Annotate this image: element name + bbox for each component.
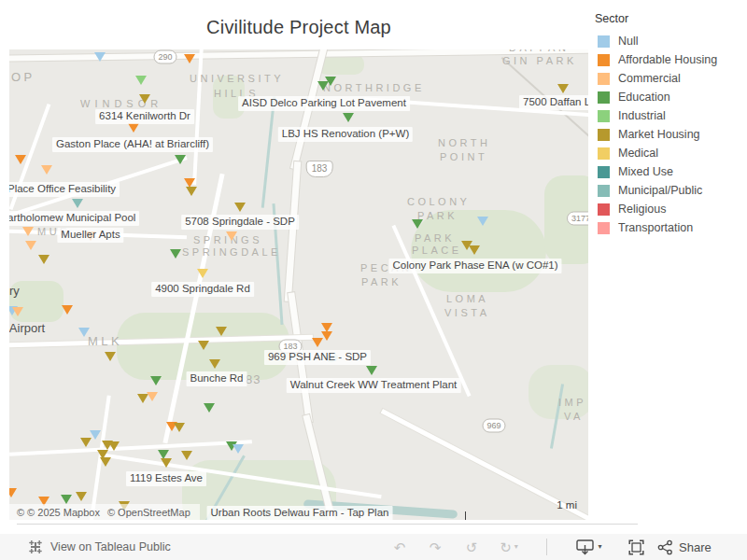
project-marker-null[interactable]	[233, 444, 244, 454]
project-marker-market[interactable]	[198, 341, 209, 350]
project-marker-education[interactable]	[204, 403, 215, 413]
project-marker-education[interactable]	[61, 495, 72, 504]
project-marker-affordable[interactable]	[184, 54, 195, 63]
tableau-public-viz: { "title": "Civilitude Project Map", "le…	[0, 0, 747, 560]
legend-item-transportation[interactable]: Transportation	[595, 218, 744, 237]
share-icon	[657, 539, 673, 555]
map-place-name: PARK	[361, 276, 402, 287]
view-on-tableau-public-link[interactable]: View on Tableau Public	[28, 534, 171, 560]
project-marker-market[interactable]	[105, 352, 116, 361]
project-marker-affordable[interactable]	[62, 305, 73, 315]
reset-button[interactable]: ↺	[459, 534, 484, 560]
mapbox-attribution-link[interactable]: © 2025 Mapbox	[27, 507, 100, 518]
project-marker-market[interactable]	[139, 94, 150, 104]
legend-item-religious[interactable]: Religious	[595, 200, 744, 218]
project-marker-affordable[interactable]	[9, 488, 17, 497]
tableau-logo-icon	[28, 539, 43, 554]
highway-183-segment	[285, 161, 301, 301]
project-marker-education[interactable]	[366, 366, 377, 375]
viz-bottom-border	[17, 524, 638, 525]
map-place-name: VA	[564, 411, 584, 422]
project-marker-market[interactable]	[209, 359, 220, 369]
download-icon	[576, 539, 594, 555]
project-marker-affordable[interactable]	[15, 155, 26, 164]
project-marker-market[interactable]	[469, 245, 480, 255]
undo-button[interactable]: ↶	[388, 534, 412, 560]
legend-item-medical[interactable]: Medical	[595, 144, 744, 162]
project-marker-municipal[interactable]	[72, 199, 83, 208]
project-marker-market[interactable]	[76, 492, 87, 501]
scale-line	[465, 511, 579, 520]
project-marker-education[interactable]	[412, 219, 423, 229]
project-marker-commercial[interactable]	[41, 165, 52, 175]
download-button[interactable]: ▾	[570, 534, 609, 560]
project-marker-affordable[interactable]	[312, 338, 323, 347]
project-marker-commercial[interactable]	[147, 392, 158, 401]
legend-item-mixed[interactable]: Mixed Use	[595, 162, 744, 181]
map-place-name: IMP	[558, 397, 586, 408]
fullscreen-icon	[628, 539, 644, 555]
project-marker-market[interactable]	[216, 327, 227, 336]
project-marker-null[interactable]	[94, 52, 106, 62]
legend-swatch	[598, 110, 610, 122]
osm-attribution-link[interactable]: © OpenStreetMap	[107, 507, 190, 518]
project-marker-market[interactable]	[161, 458, 172, 468]
map-attribution: ©© 2025 Mapbox © OpenStreetMap	[9, 504, 200, 520]
legend-item-null[interactable]: Null	[595, 32, 744, 50]
project-marker-education[interactable]	[317, 81, 329, 91]
undo-icon: ↶	[394, 540, 406, 554]
legend-label: Medical	[618, 147, 658, 160]
fullscreen-button[interactable]	[624, 534, 648, 560]
legend-swatch	[598, 147, 610, 160]
project-marker-market[interactable]	[174, 423, 185, 432]
project-marker-education[interactable]	[175, 155, 186, 164]
project-label: Gaston Place (AHA! at Briarcliff)	[52, 137, 213, 152]
project-label: 1119 Estes Ave	[126, 471, 206, 486]
map-place-name: 83	[246, 372, 261, 386]
project-marker-industrial[interactable]	[135, 76, 147, 85]
legend-item-education[interactable]: Education	[595, 88, 744, 106]
legend-item-municipal[interactable]: Municipal/Public	[595, 181, 744, 200]
project-marker-market[interactable]	[181, 451, 192, 460]
project-label: Place Office Feasibility	[9, 182, 120, 197]
legend-item-commercial[interactable]: Commercial	[595, 69, 744, 88]
legend-item-affordable[interactable]: Affordable Housing	[595, 50, 744, 69]
map[interactable]: OPDAFFANGIN PARKUNIVERSITYHILLSNORTHRIDG…	[9, 49, 588, 520]
project-marker-null[interactable]	[78, 328, 90, 337]
redo-button[interactable]: ↷	[423, 534, 447, 560]
legend-item-market[interactable]: Market Housing	[595, 125, 744, 144]
road-shield-290: 290	[153, 50, 176, 64]
legend-label: Commercial	[618, 72, 681, 85]
project-marker-market[interactable]	[38, 255, 49, 264]
project-marker-commercial[interactable]	[226, 231, 237, 241]
project-marker-commercial[interactable]	[12, 307, 23, 316]
project-marker-education[interactable]	[343, 113, 354, 122]
project-label: Walnut Creek WW Treatment Plant	[287, 378, 461, 393]
project-marker-market[interactable]	[557, 84, 569, 93]
project-marker-market[interactable]	[186, 187, 197, 196]
legend-swatch	[598, 73, 610, 85]
project-label: 6314 Kenilworth Dr	[95, 109, 194, 124]
project-marker-market[interactable]	[234, 203, 246, 212]
legend-swatch	[598, 166, 610, 178]
project-marker-null[interactable]	[477, 217, 488, 226]
legend-item-industrial[interactable]: Industrial	[595, 106, 744, 125]
legend-label: Municipal/Public	[618, 184, 702, 197]
share-button[interactable]: Share	[657, 534, 712, 560]
project-label: Airport	[9, 320, 49, 337]
legend-title: Sector	[595, 12, 744, 25]
refresh-button[interactable]: ↻ ▾	[493, 534, 525, 560]
project-marker-education[interactable]	[170, 249, 181, 259]
project-marker-commercial[interactable]	[25, 241, 36, 250]
project-marker-affordable[interactable]	[128, 123, 139, 133]
project-marker-education[interactable]	[150, 376, 162, 385]
project-marker-commercial[interactable]	[22, 227, 34, 236]
share-label: Share	[679, 540, 712, 554]
map-place-name: LOMA	[446, 293, 488, 304]
legend-label: Industrial	[618, 109, 666, 122]
project-marker-market[interactable]	[80, 438, 92, 447]
chevron-down-icon: ▾	[514, 543, 518, 551]
project-marker-market[interactable]	[108, 441, 120, 451]
project-marker-market[interactable]	[100, 457, 111, 467]
project-marker-medical[interactable]	[197, 269, 208, 278]
